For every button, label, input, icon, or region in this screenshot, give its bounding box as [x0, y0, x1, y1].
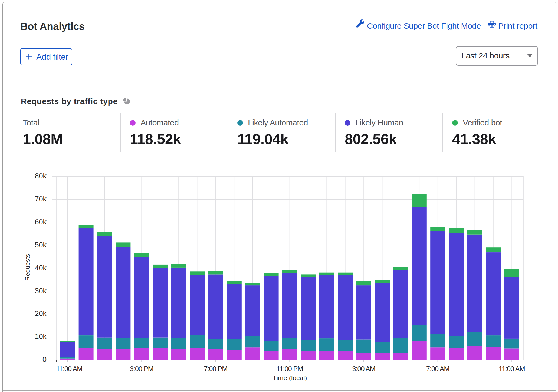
svg-text:3:00 AM: 3:00 AM [352, 365, 375, 373]
svg-text:30k: 30k [35, 287, 47, 295]
svg-text:11:00 AM: 11:00 AM [499, 365, 525, 373]
svg-text:11:00 AM: 11:00 AM [56, 365, 83, 373]
svg-text:20k: 20k [35, 310, 47, 318]
svg-text:11:00 PM: 11:00 PM [277, 365, 303, 373]
svg-text:Requests: Requests [24, 254, 31, 281]
svg-text:10k: 10k [35, 333, 47, 341]
svg-text:Time (local): Time (local) [273, 374, 307, 381]
svg-text:80k: 80k [35, 172, 47, 180]
svg-text:70k: 70k [35, 195, 47, 203]
svg-text:50k: 50k [35, 241, 47, 249]
svg-text:7:00 AM: 7:00 AM [426, 365, 449, 373]
svg-text:40k: 40k [35, 264, 47, 272]
svg-text:0: 0 [42, 356, 47, 364]
svg-text:60k: 60k [35, 218, 47, 226]
svg-text:7:00 PM: 7:00 PM [204, 365, 227, 373]
svg-text:3:00 PM: 3:00 PM [130, 365, 153, 373]
